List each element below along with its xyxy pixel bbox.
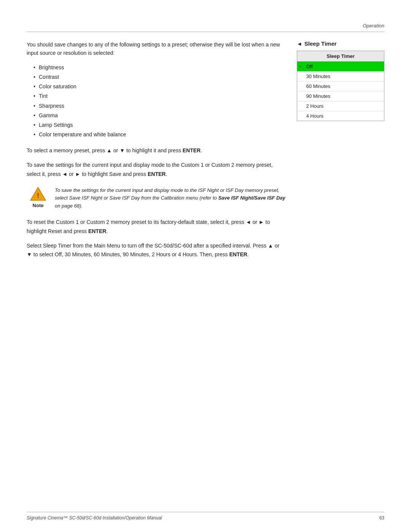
row-indicator: [297, 81, 303, 91]
note-text-after: on page 68).: [55, 203, 83, 209]
sleep-arrow-icon: ◄: [297, 41, 302, 47]
footer: Signature Cinema™ SC-50d/SC-60d Installa…: [27, 512, 384, 521]
divider: [27, 32, 384, 32]
left-column: You should save changes to any of the fo…: [27, 40, 285, 265]
note-icon-area: ! Note: [27, 187, 49, 208]
note-label: Note: [33, 203, 44, 208]
bullet-item: Lamp Settings: [33, 120, 285, 130]
instruction-1-bold: ENTER: [183, 147, 201, 153]
row-indicator: [297, 111, 303, 121]
row-indicator: «: [297, 62, 303, 72]
sleep-timer-title: Sleep Timer: [304, 40, 337, 47]
sleep-table-row: 2 Hours: [297, 101, 384, 111]
sleep-timer-heading: ◄ Sleep Timer: [297, 40, 384, 47]
note-text-bold-italic: Save ISF Night/Save ISF Day: [218, 195, 285, 201]
row-label: 60 Minutes: [303, 81, 384, 91]
instruction-2-end: .: [166, 171, 167, 177]
footer-left: Signature Cinema™ SC-50d/SC-60d Installa…: [27, 515, 162, 521]
sleep-instruction: Select Sleep Timer from the Main Menu to…: [27, 241, 285, 260]
sleep-table-row: 30 Minutes: [297, 72, 384, 81]
row-indicator: [297, 101, 303, 111]
instruction-2: To save the settings for the current inp…: [27, 161, 285, 179]
right-column: ◄ Sleep Timer Sleep Timer «Off30 Minutes…: [297, 40, 384, 265]
bullet-item: Color temperature and white balance: [33, 130, 285, 139]
instruction-2-bold: ENTER: [148, 171, 166, 177]
bullet-item: Gamma: [33, 111, 285, 120]
bullet-item: Color saturation: [33, 82, 285, 91]
sleep-table-row: 4 Hours: [297, 111, 384, 121]
reset-instruction: To reset the Custom 1 or Custom 2 memory…: [27, 218, 285, 236]
sleep-table-header: Sleep Timer: [297, 51, 384, 62]
bullet-list: BrightnessContrastColor saturationTintSh…: [33, 63, 285, 140]
row-label: Off: [303, 62, 384, 72]
bullet-item: Sharpness: [33, 101, 285, 111]
row-indicator: [297, 72, 303, 81]
instruction-1-text: To select a memory preset, press ▲ or ▼ …: [27, 147, 183, 153]
sleep-table-row: 60 Minutes: [297, 81, 384, 91]
sleep-end: .: [247, 251, 249, 257]
reset-bold: ENTER: [88, 228, 106, 234]
instruction-1: To select a memory preset, press ▲ or ▼ …: [27, 146, 285, 155]
note-text: To save the settings for the current inp…: [55, 187, 285, 210]
header: Operation: [27, 23, 384, 29]
page: Operation You should save changes to any…: [0, 0, 411, 532]
svg-text:!: !: [37, 192, 39, 200]
reset-text: To reset the Custom 1 or Custom 2 memory…: [27, 219, 270, 234]
header-title: Operation: [363, 23, 384, 29]
row-indicator: [297, 91, 303, 101]
warning-triangle-icon: !: [30, 187, 46, 201]
row-label: 2 Hours: [303, 101, 384, 111]
intro-paragraph: You should save changes to any of the fo…: [27, 40, 285, 58]
note-box: ! Note To save the settings for the curr…: [27, 187, 285, 210]
sleep-table-row: 90 Minutes: [297, 91, 384, 101]
row-label: 90 Minutes: [303, 91, 384, 101]
bullet-item: Brightness: [33, 63, 285, 72]
sleep-table-row: «Off: [297, 62, 384, 72]
reset-end: .: [106, 228, 108, 234]
row-label: 30 Minutes: [303, 72, 384, 81]
footer-page: 63: [379, 515, 384, 521]
bullet-item: Contrast: [33, 72, 285, 82]
sleep-timer-table: Sleep Timer «Off30 Minutes60 Minutes90 M…: [297, 51, 384, 121]
sleep-bold: ENTER: [229, 251, 247, 257]
row-label: 4 Hours: [303, 111, 384, 121]
main-content: You should save changes to any of the fo…: [27, 40, 384, 265]
bullet-item: Tint: [33, 91, 285, 101]
instruction-1-end: .: [201, 147, 202, 153]
